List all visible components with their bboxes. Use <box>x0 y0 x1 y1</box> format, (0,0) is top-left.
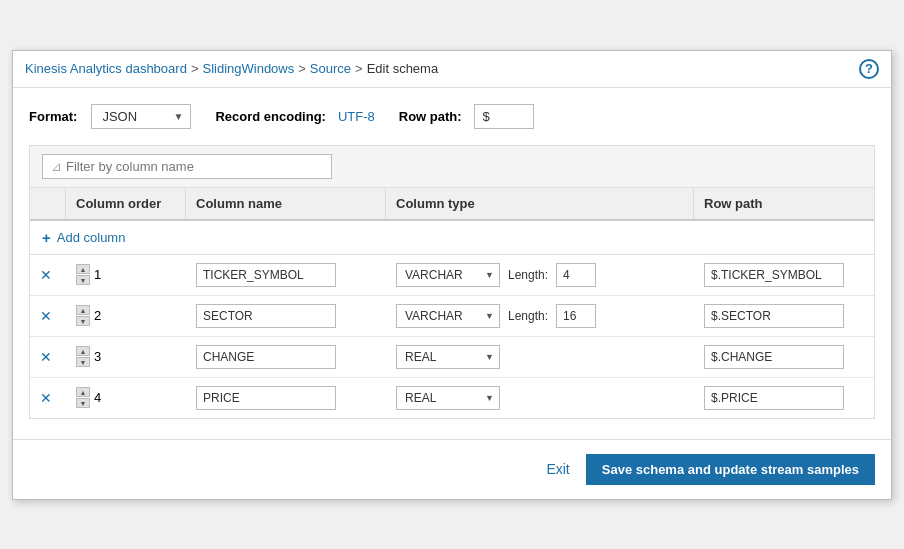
breadcrumb-link-slidingwindows[interactable]: SlidingWindows <box>202 61 294 76</box>
order-arrows-1: ▲ ▼ <box>76 264 90 285</box>
cell-type-3: REAL BOOLEAN INTEGER BIGINT VARCHAR DOUB… <box>386 337 694 377</box>
order-arrows-4: ▲ ▼ <box>76 387 90 408</box>
cell-rowpath-2 <box>694 296 874 336</box>
arrow-down-3[interactable]: ▼ <box>76 357 90 367</box>
cell-name-2 <box>186 296 386 336</box>
filter-input[interactable] <box>66 159 323 174</box>
delete-icon-1[interactable]: ✕ <box>40 267 52 283</box>
cell-order-1: ▲ ▼ 1 <box>66 256 186 293</box>
cell-delete-1: ✕ <box>30 259 66 291</box>
help-icon[interactable]: ? <box>859 59 879 79</box>
table-header: Column order Column name Column type Row… <box>30 188 874 221</box>
title-bar: Kinesis Analytics dashboard > SlidingWin… <box>13 51 891 88</box>
arrow-up-4[interactable]: ▲ <box>76 387 90 397</box>
rowpath-cell-input-4[interactable] <box>704 386 844 410</box>
table-row: ✕ ▲ ▼ 2 VARCHAR BOOLEAN <box>30 296 874 337</box>
encoding-value: UTF-8 <box>338 109 375 124</box>
column-name-input-1[interactable] <box>196 263 336 287</box>
order-arrows-3: ▲ ▼ <box>76 346 90 367</box>
cell-rowpath-4 <box>694 378 874 418</box>
exit-button[interactable]: Exit <box>546 461 569 477</box>
cell-delete-2: ✕ <box>30 300 66 332</box>
type-select-wrap-2: VARCHAR BOOLEAN INTEGER BIGINT REAL DOUB… <box>396 304 500 328</box>
cell-order-4: ▲ ▼ 4 <box>66 379 186 416</box>
format-select-wrap: JSON CSV <box>91 104 191 129</box>
arrow-down-1[interactable]: ▼ <box>76 275 90 285</box>
table-row: ✕ ▲ ▼ 3 REAL BOOLEAN <box>30 337 874 378</box>
breadcrumb-current: Edit schema <box>367 61 439 76</box>
order-value-4: 4 <box>94 390 101 405</box>
type-select-wrap-3: REAL BOOLEAN INTEGER BIGINT VARCHAR DOUB… <box>396 345 500 369</box>
th-column-name: Column name <box>186 188 386 219</box>
length-label-1: Length: <box>508 268 548 282</box>
add-column-label: Add column <box>57 230 126 245</box>
th-column-type: Column type <box>386 188 694 219</box>
order-value-3: 3 <box>94 349 101 364</box>
delete-icon-3[interactable]: ✕ <box>40 349 52 365</box>
arrow-down-4[interactable]: ▼ <box>76 398 90 408</box>
order-value-2: 2 <box>94 308 101 323</box>
filter-input-wrap: ⊿ <box>42 154 332 179</box>
encoding-label: Record encoding: <box>215 109 326 124</box>
filter-bar: ⊿ <box>29 145 875 188</box>
rowpath-label: Row path: <box>399 109 462 124</box>
order-arrows-2: ▲ ▼ <box>76 305 90 326</box>
type-select-4[interactable]: REAL BOOLEAN INTEGER BIGINT VARCHAR DOUB… <box>396 386 500 410</box>
breadcrumb-link-source[interactable]: Source <box>310 61 351 76</box>
rowpath-cell-input-3[interactable] <box>704 345 844 369</box>
filter-icon: ⊿ <box>51 159 62 174</box>
rowpath-input[interactable] <box>474 104 534 129</box>
table-row: ✕ ▲ ▼ 4 REAL BOOLEAN <box>30 378 874 418</box>
cell-order-3: ▲ ▼ 3 <box>66 338 186 375</box>
th-column-order: Column order <box>66 188 186 219</box>
breadcrumb-sep-3: > <box>355 61 363 76</box>
cell-name-4 <box>186 378 386 418</box>
arrow-up-2[interactable]: ▲ <box>76 305 90 315</box>
breadcrumb-sep-1: > <box>191 61 199 76</box>
cell-order-2: ▲ ▼ 2 <box>66 297 186 334</box>
breadcrumb: Kinesis Analytics dashboard > SlidingWin… <box>25 61 438 76</box>
th-row-path: Row path <box>694 188 874 219</box>
table-row: ✕ ▲ ▼ 1 VARCHAR BOOLEAN <box>30 255 874 296</box>
arrow-down-2[interactable]: ▼ <box>76 316 90 326</box>
rowpath-cell-input-1[interactable] <box>704 263 844 287</box>
length-input-1[interactable] <box>556 263 596 287</box>
cell-delete-4: ✕ <box>30 382 66 414</box>
cell-rowpath-1 <box>694 255 874 295</box>
arrow-up-3[interactable]: ▲ <box>76 346 90 356</box>
arrow-up-1[interactable]: ▲ <box>76 264 90 274</box>
main-window: Kinesis Analytics dashboard > SlidingWin… <box>12 50 892 500</box>
cell-name-3 <box>186 337 386 377</box>
column-name-input-2[interactable] <box>196 304 336 328</box>
save-button[interactable]: Save schema and update stream samples <box>586 454 875 485</box>
length-label-2: Length: <box>508 309 548 323</box>
add-column-plus-icon: + <box>42 229 51 246</box>
breadcrumb-sep-2: > <box>298 61 306 76</box>
format-label: Format: <box>29 109 77 124</box>
cell-type-4: REAL BOOLEAN INTEGER BIGINT VARCHAR DOUB… <box>386 378 694 418</box>
cell-delete-3: ✕ <box>30 341 66 373</box>
schema-table: Column order Column name Column type Row… <box>29 188 875 419</box>
rowpath-cell-input-2[interactable] <box>704 304 844 328</box>
type-select-2[interactable]: VARCHAR BOOLEAN INTEGER BIGINT REAL DOUB… <box>396 304 500 328</box>
delete-icon-2[interactable]: ✕ <box>40 308 52 324</box>
cell-name-1 <box>186 255 386 295</box>
format-select[interactable]: JSON CSV <box>91 104 191 129</box>
type-select-wrap-4: REAL BOOLEAN INTEGER BIGINT VARCHAR DOUB… <box>396 386 500 410</box>
footer: Exit Save schema and update stream sampl… <box>13 439 891 499</box>
th-delete <box>30 188 66 219</box>
type-select-1[interactable]: VARCHAR BOOLEAN INTEGER BIGINT REAL DOUB… <box>396 263 500 287</box>
breadcrumb-link-dashboard[interactable]: Kinesis Analytics dashboard <box>25 61 187 76</box>
page-content: Format: JSON CSV Record encoding: UTF-8 … <box>13 88 891 435</box>
type-select-3[interactable]: REAL BOOLEAN INTEGER BIGINT VARCHAR DOUB… <box>396 345 500 369</box>
length-input-2[interactable] <box>556 304 596 328</box>
type-select-wrap-1: VARCHAR BOOLEAN INTEGER BIGINT REAL DOUB… <box>396 263 500 287</box>
cell-type-1: VARCHAR BOOLEAN INTEGER BIGINT REAL DOUB… <box>386 255 694 295</box>
order-value-1: 1 <box>94 267 101 282</box>
cell-rowpath-3 <box>694 337 874 377</box>
column-name-input-3[interactable] <box>196 345 336 369</box>
add-column-row[interactable]: + Add column <box>30 221 874 255</box>
delete-icon-4[interactable]: ✕ <box>40 390 52 406</box>
column-name-input-4[interactable] <box>196 386 336 410</box>
cell-type-2: VARCHAR BOOLEAN INTEGER BIGINT REAL DOUB… <box>386 296 694 336</box>
